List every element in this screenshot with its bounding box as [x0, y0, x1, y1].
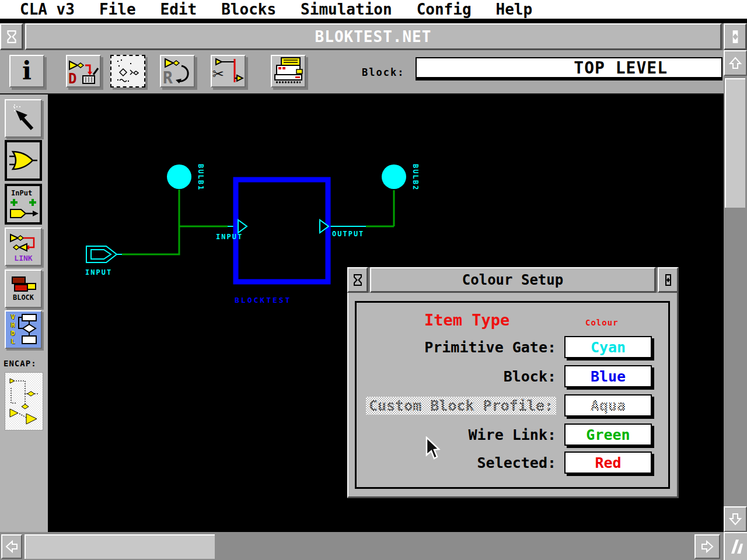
row-block: Block: Blue	[357, 366, 652, 387]
block-label: Block:	[504, 368, 556, 385]
window-close-button[interactable]	[0, 23, 23, 50]
marquee-select-icon	[113, 57, 143, 85]
window-depth-button[interactable]	[724, 23, 747, 50]
selected-colour-value: Red	[595, 454, 621, 471]
primitive-gate-label: Primitive Gate:	[424, 339, 556, 356]
block-colour-value: Blue	[591, 368, 626, 385]
block-name-label: BLOCKTEST	[235, 296, 291, 304]
print-icon	[272, 57, 305, 86]
bulb1-label: BULB1	[197, 164, 205, 191]
encap-preview[interactable]	[5, 372, 43, 430]
cut-icon: ✂	[212, 57, 244, 86]
primitive-gate-colour-value: Cyan	[591, 339, 626, 356]
info-button[interactable]: i	[9, 55, 44, 88]
resize-icon	[727, 537, 745, 556]
marquee-select-button[interactable]	[110, 55, 145, 88]
scroll-left-button[interactable]	[1, 534, 22, 559]
menu-item-cla-v3[interactable]: CLA v3	[20, 1, 75, 18]
input-tool-button[interactable]: InPut	[5, 184, 42, 225]
wire-link-colour-button[interactable]: Green	[564, 424, 652, 446]
block-tool-button[interactable]: BLOCK	[5, 270, 42, 308]
input-port-label: INPUT	[216, 233, 243, 241]
horizontal-scroll-thumb[interactable]	[25, 534, 215, 559]
cut-button[interactable]: ✂	[211, 55, 246, 88]
input-tool-icon: InPut	[8, 188, 39, 220]
row-selected: Selected: Red	[357, 452, 652, 473]
scroll-down-button[interactable]	[724, 506, 747, 532]
vertical-scroll-thumb[interactable]	[725, 78, 745, 208]
block-tool-label: BLOCK	[13, 294, 34, 301]
menu-item-blocks[interactable]: Blocks	[221, 1, 276, 18]
horizontal-scrollbar[interactable]	[0, 532, 724, 560]
pointer-icon	[10, 103, 37, 134]
link-tool-button[interactable]: LINK	[5, 228, 42, 266]
link-tool-icon	[8, 232, 39, 253]
scroll-up-button[interactable]	[724, 50, 747, 76]
custom-block-profile-colour-button: Aqua	[564, 394, 652, 416]
close-icon	[353, 274, 362, 286]
flowchart-icon	[18, 313, 37, 346]
dialog-title-area[interactable]: Colour Setup	[370, 267, 656, 293]
row-wire-link: Wire Link: Green	[357, 424, 652, 445]
bulb2[interactable]	[382, 164, 406, 189]
colour-setup-dialog: Colour Setup Item Type Colour Primitive …	[347, 267, 679, 498]
pointer-tool-button[interactable]	[5, 99, 42, 138]
output-port-label: OUTPUT	[332, 230, 364, 238]
application-screen: CLA v3 File Edit Blocks Simulation Confi…	[0, 0, 747, 560]
row-primitive-gate: Primitive Gate: Cyan	[357, 337, 652, 358]
block-colour-button[interactable]: Blue	[564, 365, 652, 387]
wire-link-label: Wire Link:	[468, 426, 556, 443]
or-gate-icon	[9, 146, 37, 174]
row-custom-block-profile: Custom Block Profile: Aqua	[357, 395, 652, 416]
menu-item-help[interactable]: Help	[496, 1, 533, 18]
dialog-close-button[interactable]	[347, 267, 368, 293]
block-name-value: TOP LEVEL	[574, 58, 668, 78]
rotate-button[interactable]: R	[160, 55, 195, 88]
depth-icon	[664, 274, 673, 286]
bulb1[interactable]	[167, 164, 191, 189]
gate-tool-button[interactable]	[5, 140, 42, 181]
input-connector-label: INPUT	[85, 268, 112, 276]
menu-item-config[interactable]: Config	[417, 1, 472, 18]
window-resize-gadget[interactable]	[724, 532, 747, 560]
vhdl-tool-button[interactable]: VHDL	[5, 310, 42, 349]
link-tool-label: LINK	[14, 254, 32, 262]
window-titlebar: BLOKTEST.NET	[0, 23, 747, 50]
toolbar: i D	[0, 50, 724, 94]
selected-colour-button[interactable]: Red	[564, 452, 652, 474]
arrow-right-icon	[700, 540, 714, 554]
custom-block-profile-colour-value: Aqua	[591, 397, 626, 414]
dialog-titlebar: Colour Setup	[347, 267, 679, 293]
menu-bar: CLA v3 File Edit Blocks Simulation Confi…	[0, 0, 747, 21]
print-button[interactable]	[271, 55, 306, 88]
arrow-up-icon	[728, 56, 742, 70]
schematic-canvas[interactable]: INPUT INPUT OUTPUT BULB1 BULB2 BLOCKTEST…	[48, 94, 724, 532]
dialog-panel: Item Type Colour Primitive Gate: Cyan Bl…	[355, 301, 670, 489]
window-title: BLOKTEST.NET	[315, 28, 432, 46]
arrow-down-icon	[728, 512, 742, 526]
delete-button[interactable]: D	[66, 55, 101, 88]
blocktest-block[interactable]	[236, 180, 328, 282]
info-icon: i	[22, 60, 32, 82]
scroll-right-button[interactable]	[694, 534, 720, 559]
dialog-body: Item Type Colour Primitive Gate: Cyan Bl…	[347, 293, 679, 498]
menu-item-edit[interactable]: Edit	[160, 1, 197, 18]
vhdl-tool-label: VHDL	[10, 313, 16, 346]
bulb2-label: BULB2	[411, 164, 420, 191]
arrow-left-icon	[5, 540, 19, 554]
menu-item-simulation[interactable]: Simulation	[301, 1, 392, 18]
colour-header: Colour	[585, 318, 619, 327]
menu-item-file[interactable]: File	[99, 1, 136, 18]
vertical-scrollbar[interactable]	[724, 50, 747, 532]
custom-block-profile-label: Custom Block Profile:	[366, 397, 556, 415]
window-title-area[interactable]: BLOKTEST.NET	[25, 23, 722, 50]
selected-label: Selected:	[477, 454, 556, 471]
tool-sidebar: InPut LINK	[0, 94, 48, 532]
depth-icon	[730, 30, 741, 44]
dialog-depth-button[interactable]	[658, 267, 679, 293]
primitive-gate-colour-button[interactable]: Cyan	[564, 336, 652, 358]
svg-text:✂: ✂	[212, 62, 224, 85]
wire-link-colour-value: Green	[586, 426, 630, 443]
item-type-header: Item Type	[424, 311, 509, 329]
block-name-field[interactable]: TOP LEVEL	[416, 57, 722, 80]
